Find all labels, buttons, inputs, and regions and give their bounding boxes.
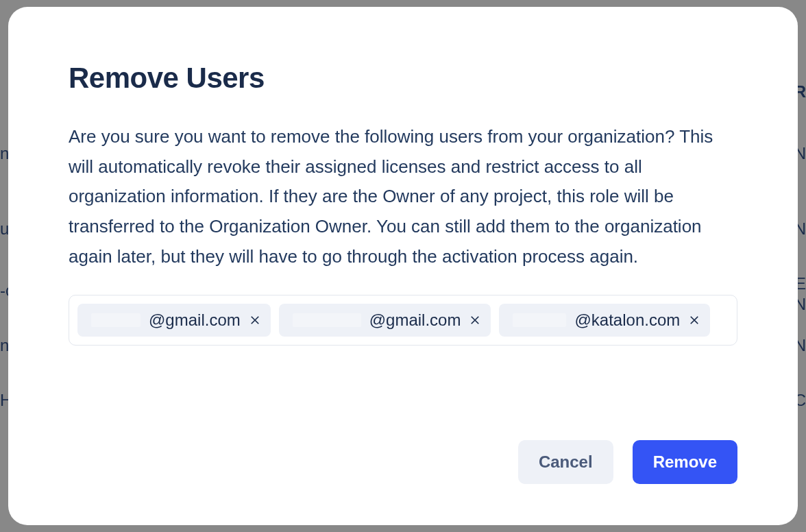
user-chip: @gmail.com [279, 304, 491, 337]
user-email: @gmail.com [369, 311, 461, 330]
modal-description: Are you sure you want to remove the foll… [69, 122, 737, 271]
remove-button[interactable]: Remove [633, 440, 737, 484]
remove-users-modal: Remove Users Are you sure you want to re… [8, 7, 798, 525]
remove-chip-icon[interactable] [249, 314, 261, 326]
redacted-prefix [91, 313, 141, 327]
remove-chip-icon[interactable] [688, 314, 700, 326]
user-chip: @gmail.com [77, 304, 271, 337]
remove-chip-icon[interactable] [469, 314, 481, 326]
modal-footer: Cancel Remove [69, 413, 737, 484]
redacted-prefix [513, 313, 566, 327]
redacted-prefix [293, 313, 361, 327]
user-chips-container: @gmail.com @gmail.com @katalon.com [69, 295, 737, 346]
cancel-button[interactable]: Cancel [518, 440, 613, 484]
user-email: @gmail.com [149, 311, 241, 330]
modal-title: Remove Users [69, 62, 737, 95]
user-email: @katalon.com [574, 311, 680, 330]
user-chip: @katalon.com [499, 304, 710, 337]
